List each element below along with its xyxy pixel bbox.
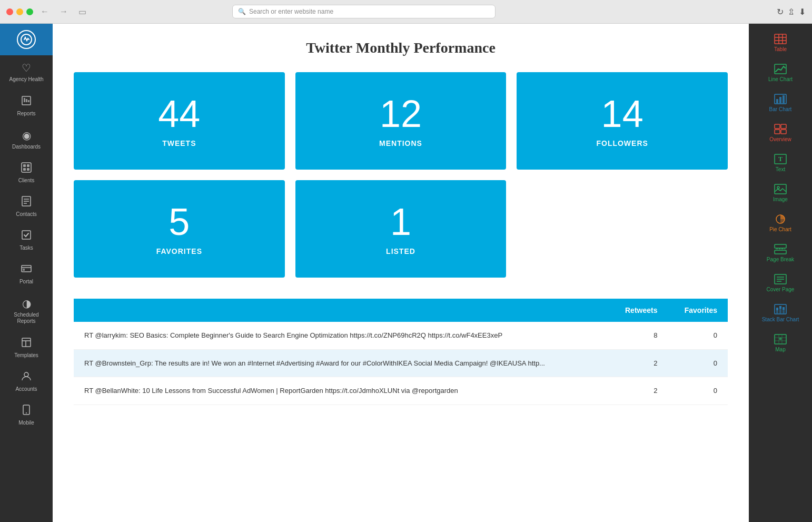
reports-icon bbox=[21, 95, 32, 109]
share-button[interactable]: ⇫ bbox=[788, 7, 795, 17]
sidebar-item-templates[interactable]: Templates bbox=[0, 331, 53, 365]
browser-chrome: ← → ▭ 🔍 Search or enter website name ↻ ⇫… bbox=[0, 0, 812, 24]
page-break-icon bbox=[773, 243, 788, 255]
svg-rect-3 bbox=[26, 99, 27, 102]
svg-rect-44 bbox=[775, 250, 786, 254]
svg-point-41 bbox=[777, 186, 779, 189]
sidebar-item-contacts[interactable]: Contacts bbox=[0, 190, 53, 223]
right-panel: Table Line Chart Bar Chart bbox=[749, 24, 812, 522]
download-button[interactable]: ⬇ bbox=[799, 7, 806, 17]
panel-item-overview[interactable]: Overview bbox=[749, 119, 812, 147]
svg-point-23 bbox=[26, 412, 27, 413]
svg-rect-35 bbox=[781, 124, 786, 129]
sidebar-label: Mobile bbox=[18, 420, 34, 426]
sidebar-item-tasks[interactable]: Tasks bbox=[0, 223, 53, 257]
panel-item-bar-chart[interactable]: Bar Chart bbox=[749, 89, 812, 117]
sidebar-label: Clients bbox=[18, 178, 35, 183]
sidebar-label: Tasks bbox=[19, 245, 33, 251]
panel-item-line-chart[interactable]: Line Chart bbox=[749, 59, 812, 87]
tweet-text-2: RT @Brownstein_Grp: The results are in! … bbox=[84, 359, 545, 367]
sidebar-item-mobile[interactable]: Mobile bbox=[0, 398, 53, 432]
panel-item-image[interactable]: Image bbox=[749, 179, 812, 207]
retweets-2: 2 bbox=[609, 349, 668, 377]
stat-card-tweets: 44 TWEETS bbox=[74, 72, 285, 170]
left-sidebar: ♡ Agency Health Reports ◉ Dashboards bbox=[0, 24, 53, 522]
svg-point-58 bbox=[779, 338, 782, 340]
panel-label: Text bbox=[776, 166, 785, 173]
svg-rect-51 bbox=[776, 310, 778, 313]
stats-row-2: 5 FAVORITES 1 LISTED bbox=[74, 180, 728, 278]
stats-row-1: 44 TWEETS 12 MENTIONS 14 FOLLOWERS bbox=[74, 72, 728, 170]
followers-label: FOLLOWERS bbox=[596, 139, 648, 147]
svg-rect-40 bbox=[775, 184, 786, 194]
line-chart-icon bbox=[773, 63, 788, 75]
sidebar-label: Accounts bbox=[15, 386, 37, 392]
back-button[interactable]: ← bbox=[37, 6, 52, 17]
svg-rect-33 bbox=[783, 95, 785, 103]
panel-item-pie-chart[interactable]: Pie Chart bbox=[749, 209, 812, 237]
panel-label: Table bbox=[774, 46, 787, 53]
svg-rect-31 bbox=[776, 99, 778, 103]
content-area: Twitter Monthly Performance 44 TWEETS 12… bbox=[53, 24, 749, 522]
panel-label: Bar Chart bbox=[769, 106, 792, 113]
reload-button[interactable]: ↻ bbox=[777, 7, 784, 17]
sidebar-label: Reports bbox=[17, 111, 35, 116]
svg-rect-54 bbox=[779, 306, 781, 309]
panel-item-stack-bar-chart[interactable]: Stack Bar Chart bbox=[749, 299, 812, 327]
mobile-icon bbox=[23, 405, 30, 418]
sidebar-toggle-button[interactable]: ▭ bbox=[75, 6, 90, 18]
favorites-2: 0 bbox=[668, 349, 728, 377]
panel-item-map[interactable]: Map bbox=[749, 329, 812, 357]
svg-rect-5 bbox=[22, 163, 31, 172]
sidebar-item-dashboards[interactable]: ◉ Dashboards bbox=[0, 123, 53, 156]
favorites-label: FAVORITES bbox=[156, 247, 202, 255]
svg-rect-29 bbox=[775, 64, 786, 74]
sidebar-item-clients[interactable]: Clients bbox=[0, 156, 53, 190]
contacts-icon bbox=[21, 196, 32, 209]
sidebar-logo[interactable] bbox=[0, 24, 53, 55]
forward-button[interactable]: → bbox=[56, 6, 71, 17]
bar-chart-icon bbox=[773, 93, 788, 105]
minimize-button[interactable] bbox=[16, 8, 23, 15]
panel-item-page-break[interactable]: Page Break bbox=[749, 239, 812, 267]
svg-rect-55 bbox=[783, 310, 785, 313]
sidebar-item-portal[interactable]: Portal bbox=[0, 257, 53, 291]
sidebar-item-scheduled-reports[interactable]: ◑ Scheduled Reports bbox=[0, 291, 53, 331]
panel-label: Line Chart bbox=[768, 76, 793, 83]
svg-rect-8 bbox=[23, 168, 26, 171]
svg-rect-24 bbox=[775, 34, 786, 44]
tweet-text-3: RT @BellanWhite: 10 Life Lessons from Su… bbox=[84, 387, 458, 395]
mentions-label: MENTIONS bbox=[379, 139, 422, 147]
panel-item-text[interactable]: T Text bbox=[749, 149, 812, 177]
text-icon: T bbox=[773, 153, 788, 165]
close-button[interactable] bbox=[6, 8, 13, 15]
svg-rect-9 bbox=[27, 168, 29, 171]
maximize-button[interactable] bbox=[26, 8, 33, 15]
table-row: RT @BellanWhite: 10 Life Lessons from Su… bbox=[74, 377, 728, 405]
sidebar-label: Dashboards bbox=[12, 144, 41, 150]
templates-icon bbox=[21, 337, 32, 350]
browser-actions: ↻ ⇫ ⬇ bbox=[777, 7, 806, 17]
sidebar-item-reports[interactable]: Reports bbox=[0, 89, 53, 123]
retweets-1: 8 bbox=[609, 322, 668, 349]
sidebar-item-accounts[interactable]: Accounts bbox=[0, 365, 53, 398]
favorites-1: 0 bbox=[668, 322, 728, 349]
listed-number: 1 bbox=[390, 203, 411, 241]
svg-rect-37 bbox=[781, 130, 786, 134]
svg-rect-52 bbox=[776, 308, 778, 310]
panel-label: Pie Chart bbox=[769, 226, 791, 233]
svg-rect-34 bbox=[775, 124, 780, 129]
address-bar[interactable]: 🔍 Search or enter website name bbox=[232, 5, 496, 18]
page-title: Twitter Monthly Performance bbox=[74, 40, 728, 56]
table-icon bbox=[773, 33, 788, 45]
tasks-icon bbox=[21, 230, 32, 243]
svg-rect-14 bbox=[22, 231, 31, 239]
svg-rect-7 bbox=[27, 164, 29, 167]
panel-item-table[interactable]: Table bbox=[749, 29, 812, 57]
svg-text:T: T bbox=[778, 155, 783, 163]
address-text: Search or enter website name bbox=[249, 8, 333, 15]
svg-rect-18 bbox=[22, 338, 31, 347]
sidebar-item-agency-health[interactable]: ♡ Agency Health bbox=[0, 55, 53, 89]
panel-item-cover-page[interactable]: Cover Page bbox=[749, 269, 812, 297]
heart-icon: ♡ bbox=[22, 62, 31, 74]
